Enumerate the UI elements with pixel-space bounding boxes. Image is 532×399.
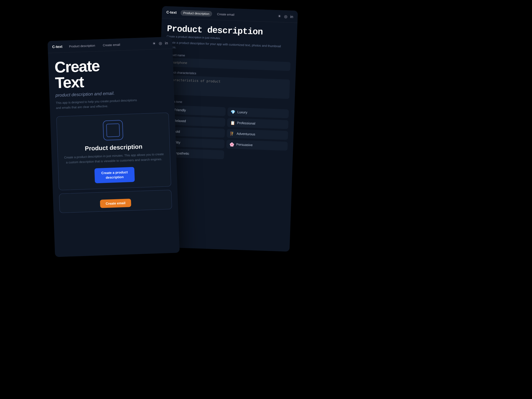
sun-icon[interactable]: ☀ (278, 14, 282, 18)
product-desc-card-title: Product description (85, 143, 143, 152)
front-linkedin-icon[interactable]: in (165, 40, 168, 45)
hero-title: CreateText (54, 56, 168, 91)
tone-adventurous[interactable]: 🧗 Adventurous (226, 129, 288, 140)
linkedin-icon[interactable]: in (290, 14, 293, 19)
back-tab-product-desc[interactable]: Product description (180, 10, 212, 17)
front-github-icon[interactable]: ◎ (159, 41, 162, 45)
tone-professional[interactable]: 📋 Professional (227, 118, 288, 129)
back-tab-create-email[interactable]: Create email (214, 11, 237, 17)
product-desc-card-icon (103, 120, 123, 140)
github-icon[interactable]: ◎ (284, 14, 288, 19)
product-desc-card: Product description Create a product des… (56, 112, 171, 190)
tone-friendly-label: Friendly (174, 108, 186, 112)
hero-desc: This app is designed to help you create … (56, 97, 168, 110)
tone-professional-label: Professional (237, 121, 255, 126)
front-logo: C-text (52, 44, 62, 49)
back-page-desc: Create a product description for your ap… (166, 40, 291, 54)
product-desc-card-desc: Create a product description in just min… (63, 152, 165, 165)
professional-icon: 📋 (230, 121, 235, 125)
front-tab-create-email[interactable]: Create email (100, 42, 123, 48)
tone-persuasive[interactable]: 🌸 Persuasive (226, 140, 288, 151)
tone-luxury-label: Luxury (237, 110, 247, 114)
product-char-input[interactable] (165, 75, 290, 99)
create-product-desc-button[interactable]: Create a productdescription (94, 167, 135, 183)
tone-luxury[interactable]: 💎 Luxury (227, 107, 289, 118)
luxury-icon: 💎 (231, 110, 236, 114)
tone-persuasive-label: Persuasive (236, 143, 253, 147)
tone-grid: 😊 Friendly 💎 Luxury 😌 Relaxed 📋 Professi… (162, 105, 289, 162)
adventurous-icon: 🧗 (230, 131, 235, 136)
front-window: C-text Product description Create email … (48, 37, 180, 257)
tone-relaxed-label: Relaxed (174, 119, 186, 123)
front-tab-product-desc[interactable]: Product description (66, 42, 98, 49)
create-email-card: Create email (59, 190, 172, 213)
create-email-button[interactable]: Create email (100, 199, 131, 208)
front-window-body: CreateText product description and email… (48, 49, 180, 257)
front-sun-icon[interactable]: ☀ (152, 41, 156, 45)
persuasive-icon: 🌸 (229, 142, 234, 147)
front-nav-icons: ☀ ◎ in (152, 40, 168, 45)
back-logo: C-text (166, 10, 177, 14)
tone-adventurous-label: Adventurous (237, 132, 255, 136)
back-nav-icons: ☀ ◎ in (278, 14, 293, 19)
